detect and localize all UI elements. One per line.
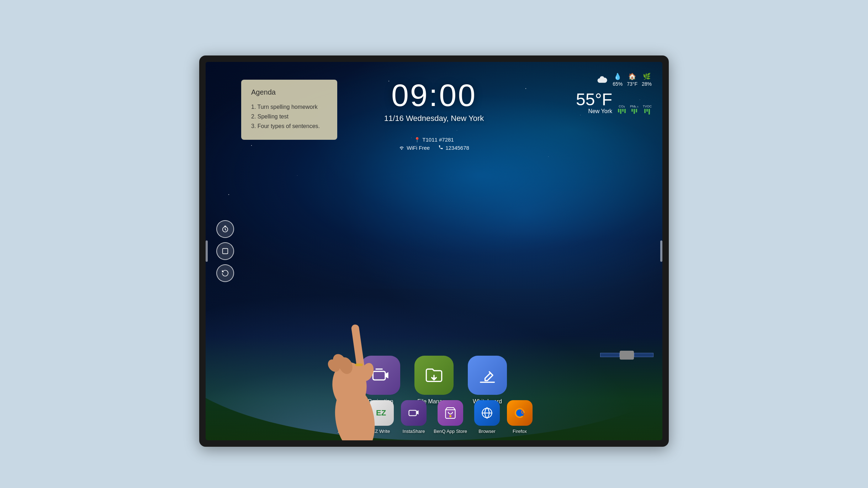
- humidity-value: 65%: [613, 81, 623, 87]
- dock-browser[interactable]: Browser: [474, 400, 500, 434]
- co2-bar-4: [624, 109, 626, 113]
- weather-eco: 🌿 28%: [642, 73, 652, 87]
- device-wifi: WiFi Free: [399, 145, 430, 151]
- weather-temp-city: 55°F New York: [576, 88, 612, 115]
- agenda-widget: Agenda 1. Turn spelling homework 2. Spel…: [241, 80, 337, 140]
- monitor-frame: Agenda 1. Turn spelling homework 2. Spel…: [199, 55, 669, 447]
- file-manager-icon-bg: [414, 356, 454, 395]
- weather-temperature: 55°F: [576, 91, 612, 108]
- wifi-text: WiFi Free: [407, 145, 430, 151]
- svg-point-4: [449, 415, 451, 417]
- device-location-text: T1011 #7281: [422, 137, 454, 143]
- screen: Agenda 1. Turn spelling homework 2. Spel…: [206, 62, 662, 440]
- pm-sensor: PM₂.₅: [630, 105, 639, 115]
- weather-sensors: CO₂ PM₂.₅: [618, 105, 652, 115]
- file-manager-icon: [425, 366, 443, 384]
- co2-label: CO₂: [618, 105, 626, 108]
- whiteboard-icon: [478, 366, 497, 384]
- hand-svg: [305, 227, 412, 440]
- pm-bar-3: [636, 109, 637, 112]
- weather-humidity: 💧 65%: [613, 73, 623, 87]
- timer-button[interactable]: [216, 220, 234, 238]
- right-handle[interactable]: [660, 240, 662, 262]
- firefox-icon: [513, 407, 526, 419]
- wifi-icon: [399, 145, 404, 151]
- co2-bar-2: [620, 109, 621, 114]
- device-phone: 12345678: [438, 145, 469, 151]
- agenda-item-3: 3. Four types of sentences.: [251, 121, 327, 131]
- calculator-button[interactable]: [216, 242, 234, 260]
- humidity-icon: 💧: [614, 73, 621, 80]
- benq-store-label: BenQ App Store: [434, 429, 467, 434]
- co2-sensor: CO₂: [618, 105, 626, 115]
- browser-icon: [481, 407, 493, 419]
- hand-gesture-overlay: [305, 227, 412, 440]
- tvoc-bar-1: [644, 109, 646, 113]
- dock-benq-store[interactable]: BenQ App Store: [434, 400, 467, 434]
- browser-icon-bg: [474, 400, 500, 426]
- clock-time: 09:00: [384, 80, 484, 111]
- phone-text: 12345678: [445, 145, 469, 151]
- device-location: 📍 T1011 #7281: [414, 137, 454, 143]
- benq-store-icon: [444, 407, 457, 419]
- eco-value: 28%: [642, 81, 652, 87]
- weather-row-top: 💧 65% 🏠 73°F 🌿 28%: [576, 73, 652, 87]
- device-row-2: WiFi Free 12345678: [399, 145, 469, 151]
- tvoc-bars: [643, 109, 652, 115]
- agenda-item-1: 1. Turn spelling homework: [251, 102, 327, 112]
- reset-button[interactable]: [216, 264, 234, 282]
- app-file-manager[interactable]: File Manager: [414, 356, 454, 405]
- svg-rect-14: [355, 364, 363, 366]
- tvoc-bar-2: [646, 109, 648, 112]
- clock-area: 09:00 11/16 Wednesday, New York: [384, 80, 484, 123]
- benq-store-icon-bg: [438, 400, 463, 426]
- home-temp-value: 73°F: [627, 81, 637, 87]
- firefox-label: Firefox: [513, 429, 527, 434]
- browser-label: Browser: [478, 429, 496, 434]
- pm-bar-1: [631, 109, 633, 112]
- device-info: 📍 T1011 #7281 WiFi Free: [399, 137, 469, 151]
- agenda-item-2: 2. Spelling test: [251, 112, 327, 121]
- agenda-title: Agenda: [251, 88, 327, 96]
- dock-firefox[interactable]: Firefox: [507, 400, 533, 434]
- clock-date: 11/16 Wednesday, New York: [384, 114, 484, 123]
- co2-bars: [618, 109, 626, 114]
- firefox-icon-bg: [507, 400, 533, 426]
- location-icon: 📍: [414, 137, 420, 143]
- tvoc-sensor: TVOC: [643, 105, 652, 115]
- co2-bar-1: [618, 109, 619, 112]
- weather-city: New York: [576, 108, 612, 115]
- pm-label: PM₂.₅: [630, 105, 639, 108]
- pm-bars: [630, 109, 639, 114]
- device-row-1: 📍 T1011 #7281: [399, 137, 469, 143]
- left-toolbar: [216, 220, 234, 282]
- pm-bar-2: [634, 109, 635, 114]
- whiteboard-icon-bg: [468, 356, 507, 395]
- eco-icon: 🌿: [643, 73, 651, 80]
- tvoc-bar-3: [649, 109, 650, 115]
- left-handle[interactable]: [206, 240, 208, 262]
- phone-icon: [438, 145, 443, 151]
- weather-home-temp: 🏠 73°F: [627, 73, 637, 87]
- content-layer: Agenda 1. Turn spelling homework 2. Spel…: [206, 62, 662, 440]
- home-icon: 🏠: [628, 73, 636, 80]
- weather-widget: 💧 65% 🏠 73°F 🌿 28%: [576, 73, 652, 115]
- weather-cloud-icon: [597, 75, 608, 84]
- app-whiteboard[interactable]: Whiteboard: [468, 356, 507, 405]
- tvoc-label: TVOC: [643, 105, 652, 108]
- co2-bar-3: [622, 109, 624, 112]
